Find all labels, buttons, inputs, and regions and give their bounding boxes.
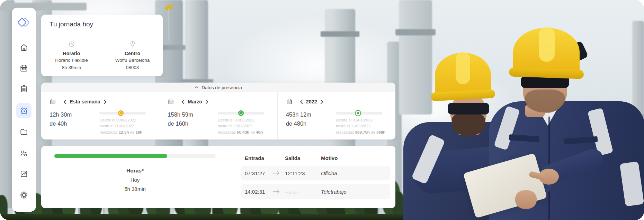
jornada-center: Centro Woffu Barcelona 08003 [102,33,163,76]
sidebar-item-reports[interactable] [16,166,32,181]
today-card: Horas* Hoy 5h 38min Entrada Salida Motiv… [41,146,395,208]
folder-icon [19,127,28,136]
sidebar-item-settings[interactable] [16,187,32,203]
progress-marker [238,110,244,116]
punches-table: Entrada Salida Motivo 07:31:27 12:11:23 … [241,155,390,203]
entrada-time: 07:31:27 [245,170,272,176]
period-progress-track [218,112,264,115]
chevron-left-icon [181,100,185,104]
sidebar-item-home[interactable] [16,40,32,55]
sidebar-divider [12,34,36,34]
entrada-time: 14:02:31 [245,189,272,195]
period-label: 2022 [305,99,318,104]
sidebar-item-requests[interactable] [16,81,32,96]
next-period-button[interactable] [205,100,208,104]
next-period-button[interactable] [320,100,323,104]
today-hours-value: 5h 38min [54,186,216,192]
chevron-right-icon [205,100,208,104]
sidebar-item-calendar[interactable] [16,61,32,76]
calendar-icon [286,99,293,105]
presence-period-month: Marzo 158h 59m de 160h Desde el 01/03 [159,92,277,139]
period-progress-track [99,112,146,115]
schedule-label: Horario [63,51,80,56]
presence-collapse-header[interactable]: Datos de presencia [41,83,395,92]
period-dates: Desde el 01/01/2022 hasta el 11/03/2022 … [336,117,388,135]
sidebar [12,8,36,212]
progress-marker [118,110,124,116]
period-label: Marzo [187,99,203,104]
sidebar-item-team[interactable] [16,145,32,161]
schedule-type: Horario Flexible [55,57,88,64]
period-hours: 453h 12m de 480h [286,110,311,135]
prev-period-button[interactable] [63,100,66,104]
arrow-right-icon [272,171,285,176]
users-icon [19,149,28,158]
punches-table-header: Entrada Salida Motivo [241,155,390,161]
presence-panel: Datos de presencia Esta semana [41,83,395,139]
alarm-clock-icon [19,106,29,116]
chevron-up-icon [195,86,198,89]
sidebar-item-time-tracking[interactable] [16,103,32,118]
period-hours: 12h 30m de 40h [50,110,72,135]
jornada-title: Tu jornada hoy [41,15,163,33]
period-dates: Desde el 01/03/2022 hasta el 11/03/2022 … [218,117,270,135]
woffu-dashboard-screen: Tu jornada hoy Horario Horario Flexible … [0,0,644,220]
motivo-value: Oficina [321,170,390,176]
next-period-button[interactable] [104,100,107,104]
chevron-left-icon [63,100,66,104]
period-dates: Desde el 09/03/2022 hasta el 11/03/2022 … [99,117,152,135]
presence-period-year: 2022 453h 12m de 480h Desde el 01/01/ [277,92,395,139]
calendar-icon [50,99,56,105]
motivo-value: Teletrabajo [321,189,390,195]
sidebar-item-documents[interactable] [16,124,32,139]
col-motivo: Motivo [321,155,390,161]
salida-time: 12:11:23 [285,170,321,176]
clipboard-icon [19,84,28,93]
center-postcode: 08003 [126,64,139,71]
presence-period-week: Esta semana 12h 30m de 40h Desde el 0 [41,92,159,139]
center-name: Woffu Barcelona [115,57,150,64]
today-progress-fill [54,154,167,158]
progress-marker [355,110,361,116]
center-label: Centro [125,51,140,56]
col-entrada: Entrada [245,155,272,161]
chevron-left-icon [300,100,303,104]
salida-time: --:--:-- [285,189,321,195]
gear-icon [19,191,28,200]
clock-icon [68,40,75,48]
prev-period-button[interactable] [300,100,303,104]
punch-row: 14:02:31 --:--:-- Teletrabajo [241,184,390,199]
col-salida: Salida [285,155,321,161]
location-pin-icon [129,40,136,48]
calendar-icon [168,99,174,105]
today-hours-title: Horas* [54,168,216,174]
chevron-right-icon [320,100,323,104]
home-icon [19,43,28,52]
presence-title: Datos de presencia [202,85,242,90]
punch-row: 07:31:27 12:11:23 Oficina [241,166,390,180]
jornada-schedule: Horario Horario Flexible 8h 39min [41,33,102,76]
today-progress-track [54,154,216,158]
chevron-right-icon [104,100,107,104]
today-subtitle: Hoy [54,177,216,183]
prev-period-button[interactable] [181,100,185,104]
arrow-right-icon [272,189,285,194]
period-hours: 158h 59m de 160h [168,110,193,135]
calendar-icon [19,64,28,73]
period-label: Esta semana [69,99,101,104]
schedule-duration: 8h 39min [62,64,81,71]
chart-icon [19,169,28,178]
period-progress-track [336,112,382,115]
jornada-card: Tu jornada hoy Horario Horario Flexible … [41,15,163,76]
woffu-logo[interactable] [18,16,30,28]
